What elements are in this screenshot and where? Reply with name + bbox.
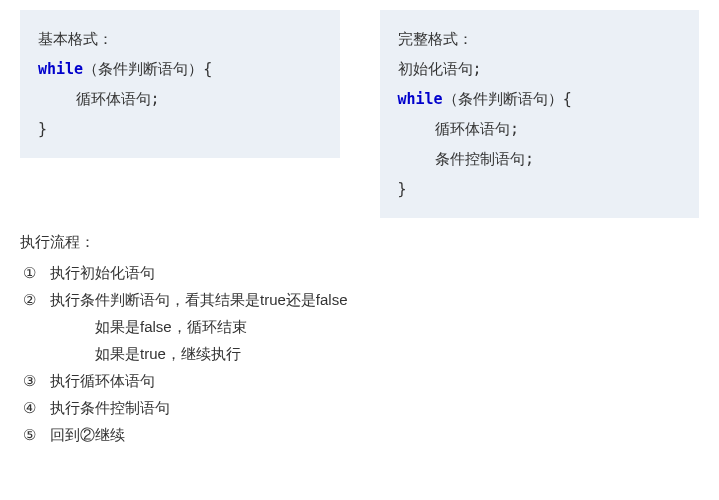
full-line1: 初始化语句; xyxy=(398,54,682,84)
full-line2-rest: （条件判断语句）{ xyxy=(443,90,572,108)
step-3-text: 执行循环体语句 xyxy=(50,372,155,389)
step-2-text: 执行条件判断语句，看其结果是true还是false xyxy=(50,291,348,308)
flow-title: 执行流程： xyxy=(20,228,699,255)
full-line4: 条件控制语句; xyxy=(398,144,682,174)
basic-line1: while（条件判断语句）{ xyxy=(38,54,322,84)
basic-line2: 循环体语句; xyxy=(38,84,322,114)
step-4: ④执行条件控制语句 xyxy=(20,394,699,421)
step-5-num: ⑤ xyxy=(23,421,50,448)
full-line2: while（条件判断语句）{ xyxy=(398,84,682,114)
step-5-text: 回到②继续 xyxy=(50,426,125,443)
step-5: ⑤回到②继续 xyxy=(20,421,699,448)
execution-flow: 执行流程： ①执行初始化语句 ②执行条件判断语句，看其结果是true还是fals… xyxy=(20,228,699,448)
step-4-text: 执行条件控制语句 xyxy=(50,399,170,416)
full-title: 完整格式： xyxy=(398,24,682,54)
full-line3: 循环体语句; xyxy=(398,114,682,144)
step-1-num: ① xyxy=(23,259,50,286)
step-2a: 如果是false，循环结束 xyxy=(20,313,699,340)
basic-line3: } xyxy=(38,114,322,144)
step-3-num: ③ xyxy=(23,367,50,394)
step-3: ③执行循环体语句 xyxy=(20,367,699,394)
step-2-num: ② xyxy=(23,286,50,313)
step-2b: 如果是true，继续执行 xyxy=(20,340,699,367)
basic-line1-rest: （条件判断语句）{ xyxy=(83,60,212,78)
full-line5: } xyxy=(398,174,682,204)
full-format-box: 完整格式： 初始化语句; while（条件判断语句）{ 循环体语句; 条件控制语… xyxy=(380,10,700,218)
while-keyword: while xyxy=(398,90,443,108)
step-2: ②执行条件判断语句，看其结果是true还是false xyxy=(20,286,699,313)
basic-title: 基本格式： xyxy=(38,24,322,54)
code-boxes-row: 基本格式： while（条件判断语句）{ 循环体语句; } 完整格式： 初始化语… xyxy=(20,10,699,218)
step-1: ①执行初始化语句 xyxy=(20,259,699,286)
step-4-num: ④ xyxy=(23,394,50,421)
step-1-text: 执行初始化语句 xyxy=(50,264,155,281)
while-keyword: while xyxy=(38,60,83,78)
basic-format-box: 基本格式： while（条件判断语句）{ 循环体语句; } xyxy=(20,10,340,158)
